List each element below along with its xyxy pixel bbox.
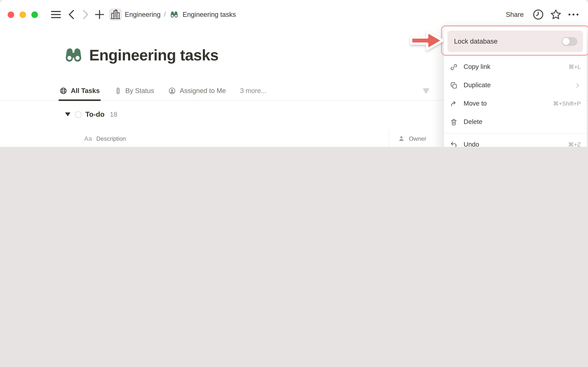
lock-database-row[interactable]: Lock database: [448, 31, 583, 52]
toolbar: Engineering / Engineering tasks Share: [0, 0, 588, 29]
collapse-triangle-icon[interactable]: [65, 112, 70, 116]
minimize-window-button[interactable]: [20, 11, 26, 18]
ellipsis-icon[interactable]: [567, 8, 580, 21]
menu-item-move-to[interactable]: Move to ⌘+Shift+P: [444, 95, 587, 113]
tab-label: Assigned to Me: [180, 87, 226, 95]
page-title: Engineering tasks: [89, 47, 219, 64]
new-tab-plus-icon[interactable]: [93, 8, 106, 21]
lock-database-label: Lock database: [454, 37, 498, 45]
move-icon: [450, 100, 458, 108]
app-window: Engineering / Engineering tasks Share En…: [0, 0, 588, 147]
traffic-lights: [8, 11, 38, 18]
zoom-window-button[interactable]: [31, 11, 38, 18]
tab-3-more-[interactable]: 3 more...: [240, 81, 267, 100]
notion-window: Engineering / Engineering tasks Share En…: [0, 0, 588, 147]
trafficlight-icon: [114, 87, 122, 95]
menu-item-label: Undo: [464, 141, 479, 147]
menu-item-undo[interactable]: Undo ⌘+Z: [444, 135, 587, 147]
toggle-knob: [562, 38, 570, 45]
database-options-menu: Lock database Copy link ⌘+L Duplicate Mo…: [444, 27, 587, 147]
person-icon: [398, 135, 405, 142]
breadcrumb-separator: /: [162, 11, 168, 18]
trash-icon: [450, 118, 458, 126]
toolbar-right: Share: [502, 8, 580, 21]
personcircle-icon: [168, 87, 176, 95]
page-header: Engineering tasks: [64, 46, 219, 64]
back-icon[interactable]: [66, 8, 78, 21]
lock-database-toggle[interactable]: [562, 37, 577, 46]
todo-status-icon: [75, 111, 82, 118]
link-icon: [450, 63, 458, 71]
duplicate-icon: [450, 81, 458, 89]
menu-item-delete[interactable]: Delete: [444, 113, 587, 131]
building-icon[interactable]: [109, 8, 122, 21]
group-count: 18: [110, 110, 118, 118]
menu-item-label: Duplicate: [464, 82, 491, 89]
menu-divider: [444, 56, 587, 56]
undo-icon: [450, 141, 458, 147]
clock-icon[interactable]: [531, 8, 545, 21]
menu-divider: [444, 133, 587, 133]
breadcrumb-workspace[interactable]: Engineering: [123, 10, 162, 19]
annotation-arrow-icon: [409, 29, 446, 52]
menu-item-label: Copy link: [464, 63, 490, 71]
menu-item-duplicate[interactable]: Duplicate: [444, 76, 587, 95]
group-name: To-do: [85, 110, 105, 118]
filter-icon[interactable]: [422, 86, 430, 95]
menu-item-label: Move to: [464, 100, 487, 108]
column-label: Description: [96, 135, 126, 142]
menu-item-copy-link[interactable]: Copy link ⌘+L: [444, 58, 587, 76]
menu-shortcut: ⌘+L: [568, 64, 581, 70]
breadcrumb-page[interactable]: Engineering tasks: [181, 10, 238, 19]
binoculars-icon: [64, 46, 83, 64]
group-header[interactable]: To-do 18: [65, 110, 117, 118]
column-header-description[interactable]: Aa Description: [0, 130, 389, 147]
tab-by-status[interactable]: By Status: [114, 81, 154, 100]
share-button[interactable]: Share: [502, 9, 528, 20]
tab-all-tasks[interactable]: All Tasks: [60, 81, 100, 100]
text-type-icon: Aa: [84, 135, 92, 142]
menu-shortcut: ⌘+Z: [568, 141, 581, 147]
column-label: Owner: [409, 135, 426, 142]
binoculars-icon: [170, 10, 178, 19]
menu-item-label: Delete: [464, 118, 483, 126]
forward-icon[interactable]: [78, 8, 92, 21]
close-window-button[interactable]: [8, 11, 14, 18]
tab-label: By Status: [125, 87, 154, 95]
tab-label: 3 more...: [240, 87, 267, 95]
sidebar-menu-icon[interactable]: [50, 8, 62, 21]
star-icon[interactable]: [549, 8, 563, 21]
tab-assigned-to-me[interactable]: Assigned to Me: [168, 81, 226, 100]
menu-shortcut: ⌘+Shift+P: [553, 100, 581, 107]
globe-icon: [60, 87, 68, 95]
chevron-right-icon: [574, 82, 581, 89]
tab-label: All Tasks: [71, 87, 100, 95]
